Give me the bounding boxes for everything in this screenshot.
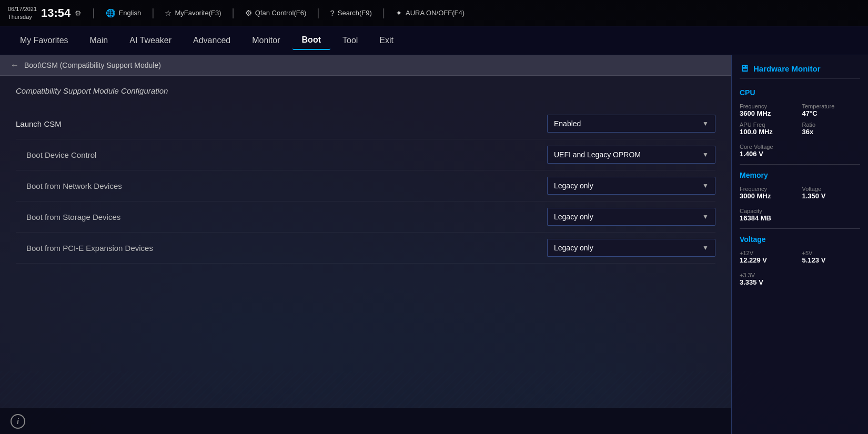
hardware-monitor-panel: 🖥 Hardware Monitor CPU Frequency 3600 MH… xyxy=(731,55,868,434)
search-button[interactable]: ? Search(F9) xyxy=(330,8,371,17)
hw-core-voltage-value: 1.406 V xyxy=(740,150,860,158)
setting-boot-network: Boot from Network Devices Legacy only ▼ xyxy=(16,170,715,201)
hw-divider-1 xyxy=(740,164,860,165)
myfavorite-label: MyFavorite(F3) xyxy=(175,9,221,17)
hw-core-voltage: Core Voltage 1.406 V xyxy=(740,144,860,158)
nav-tool[interactable]: Tool xyxy=(333,32,367,49)
hw-5v-label: +5V xyxy=(802,250,861,256)
setting-boot-device-control: Boot Device Control UEFI and Legacy OPRO… xyxy=(16,139,715,170)
boot-device-control-arrow-icon: ▼ xyxy=(702,151,709,158)
boot-network-dropdown[interactable]: Legacy only ▼ xyxy=(547,177,715,195)
hw-mem-voltage-label: Voltage xyxy=(802,186,861,192)
hw-core-voltage-label: Core Voltage xyxy=(740,144,860,150)
nav-main[interactable]: Main xyxy=(80,32,118,49)
myfavorite-button[interactable]: ☆ MyFavorite(F3) xyxy=(165,8,221,18)
aura-icon: ✦ xyxy=(396,8,402,18)
hw-mem-frequency: Frequency 3000 MHz xyxy=(740,186,798,200)
info-symbol: i xyxy=(17,417,19,426)
hw-3v3: +3.3V 3.335 V xyxy=(740,272,860,286)
hw-divider-2 xyxy=(740,228,860,229)
setting-launch-csm: Launch CSM Enabled ▼ xyxy=(16,108,715,139)
breadcrumb-path: Boot\CSM (Compatibility Support Module) xyxy=(24,61,161,69)
boot-pcie-dropdown[interactable]: Legacy only ▼ xyxy=(547,239,715,257)
setting-boot-pcie: Boot from PCI-E Expansion Devices Legacy… xyxy=(16,233,715,264)
hw-5v-value: 5.123 V xyxy=(802,256,861,264)
breadcrumb[interactable]: ← Boot\CSM (Compatibility Support Module… xyxy=(0,55,731,76)
top-bar: 06/17/2021 Thursday 13:54 ⚙ | 🌐 English … xyxy=(0,0,868,26)
hw-mem-voltage: Voltage 1.350 V xyxy=(802,186,861,200)
hw-voltage-grid: +12V 12.229 V +5V 5.123 V xyxy=(740,250,860,264)
launch-csm-dropdown[interactable]: Enabled ▼ xyxy=(547,115,715,133)
hw-monitor-icon: 🖥 xyxy=(740,63,749,74)
bottom-bar: i xyxy=(0,408,731,434)
hw-12v-label: +12V xyxy=(740,250,798,256)
boot-device-control-dropdown[interactable]: UEFI and Legacy OPROM ▼ xyxy=(547,146,715,164)
boot-device-control-label: Boot Device Control xyxy=(16,150,547,159)
section-title: Compatibility Support Module Configurati… xyxy=(16,86,715,95)
qfan-label: Qfan Control(F6) xyxy=(255,9,307,17)
hw-apu-freq: APU Freq 100.0 MHz xyxy=(740,122,798,136)
hw-title-text: Hardware Monitor xyxy=(753,64,821,73)
top-bar-divider-1: | xyxy=(92,7,95,19)
hw-apu-freq-value: 100.0 MHz xyxy=(740,128,798,136)
settings-area: Compatibility Support Module Configurati… xyxy=(0,76,731,408)
hw-mem-voltage-value: 1.350 V xyxy=(802,192,861,200)
boot-pcie-arrow-icon: ▼ xyxy=(702,244,709,251)
hw-cpu-title: CPU xyxy=(740,88,860,97)
navigation-bar: My Favorites Main AI Tweaker Advanced Mo… xyxy=(0,26,868,55)
date-text: 06/17/2021 xyxy=(8,5,37,13)
hw-cpu-temperature: Temperature 47°C xyxy=(802,103,861,117)
boot-storage-dropdown[interactable]: Legacy only ▼ xyxy=(547,208,715,226)
boot-storage-arrow-icon: ▼ xyxy=(702,213,709,220)
time-display: 13:54 xyxy=(41,6,70,20)
hw-cpu-freq-value: 3600 MHz xyxy=(740,109,798,117)
boot-device-control-value: UEFI and Legacy OPROM xyxy=(554,150,641,159)
hw-capacity-value: 16384 MB xyxy=(740,214,860,222)
hw-cpu-grid: Frequency 3600 MHz Temperature 47°C APU … xyxy=(740,103,860,136)
hw-capacity-label: Capacity xyxy=(740,208,860,214)
aura-button[interactable]: ✦ AURA ON/OFF(F4) xyxy=(396,8,465,18)
nav-boot[interactable]: Boot xyxy=(292,31,330,50)
hw-memory-grid: Frequency 3000 MHz Voltage 1.350 V xyxy=(740,186,860,200)
search-label: Search(F9) xyxy=(338,9,372,17)
hw-voltage-title: Voltage xyxy=(740,235,860,244)
boot-pcie-label: Boot from PCI-E Expansion Devices xyxy=(16,244,547,253)
nav-ai-tweaker[interactable]: AI Tweaker xyxy=(120,32,181,49)
language-selector[interactable]: 🌐 English xyxy=(106,8,142,18)
hw-5v: +5V 5.123 V xyxy=(802,250,861,264)
top-bar-divider-2: | xyxy=(152,7,154,19)
setting-boot-storage: Boot from Storage Devices Legacy only ▼ xyxy=(16,201,715,233)
nav-monitor[interactable]: Monitor xyxy=(243,32,289,49)
hw-ratio: Ratio 36x xyxy=(802,122,861,136)
launch-csm-label: Launch CSM xyxy=(16,119,547,128)
launch-csm-value: Enabled xyxy=(554,119,581,128)
hw-mem-freq-value: 3000 MHz xyxy=(740,192,798,200)
nav-my-favorites[interactable]: My Favorites xyxy=(11,32,78,49)
boot-network-label: Boot from Network Devices xyxy=(16,181,547,190)
boot-network-arrow-icon: ▼ xyxy=(702,182,709,189)
myfavorite-icon: ☆ xyxy=(165,8,171,18)
top-bar-divider-3: | xyxy=(232,7,235,19)
settings-gear-icon[interactable]: ⚙ xyxy=(75,9,82,17)
hw-apu-freq-label: APU Freq xyxy=(740,122,798,128)
qfan-icon: ⚙ xyxy=(245,8,252,18)
day-text: Thursday xyxy=(8,13,37,21)
boot-storage-label: Boot from Storage Devices xyxy=(16,213,547,221)
hw-cpu-frequency: Frequency 3600 MHz xyxy=(740,103,798,117)
top-bar-divider-5: | xyxy=(382,7,385,19)
language-label: English xyxy=(119,9,142,17)
nav-exit[interactable]: Exit xyxy=(370,32,403,49)
language-icon: 🌐 xyxy=(106,8,116,18)
qfan-control-button[interactable]: ⚙ Qfan Control(F6) xyxy=(245,8,307,18)
main-panel: ← Boot\CSM (Compatibility Support Module… xyxy=(0,55,731,434)
launch-csm-arrow-icon: ▼ xyxy=(702,120,709,127)
hw-3v3-value: 3.335 V xyxy=(740,278,860,286)
top-bar-divider-4: | xyxy=(317,7,319,19)
breadcrumb-back-icon[interactable]: ← xyxy=(11,60,19,70)
hw-capacity: Capacity 16384 MB xyxy=(740,208,860,222)
hw-12v-value: 12.229 V xyxy=(740,256,798,264)
datetime-display: 06/17/2021 Thursday 13:54 ⚙ xyxy=(8,5,82,21)
aura-label: AURA ON/OFF(F4) xyxy=(406,9,465,17)
nav-advanced[interactable]: Advanced xyxy=(184,32,240,49)
hw-ratio-value: 36x xyxy=(802,128,861,136)
